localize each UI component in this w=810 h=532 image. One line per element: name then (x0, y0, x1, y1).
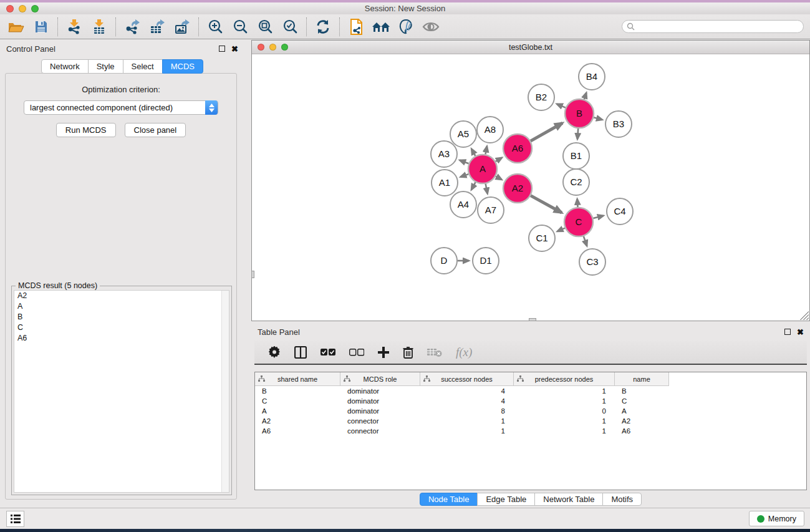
tab-node-table[interactable]: Node Table (420, 493, 478, 506)
node-C4[interactable]: C4 (607, 198, 633, 225)
edge-B-B4[interactable] (584, 93, 587, 100)
first-neighbors-button[interactable] (370, 17, 392, 37)
close-table-panel-icon[interactable]: ✖ (797, 328, 804, 336)
tab-edge-table[interactable]: Edge Table (477, 493, 535, 506)
edge-A-A6[interactable] (496, 158, 502, 162)
network-minimize-button[interactable] (269, 44, 276, 51)
close-window-button[interactable] (6, 5, 14, 12)
refresh-layout-button[interactable] (312, 17, 334, 37)
cell-successor-nodes[interactable]: 1 (420, 427, 514, 435)
cell-shared-name[interactable]: A6 (255, 427, 340, 435)
tab-motifs[interactable]: Motifs (602, 493, 642, 506)
task-history-button[interactable] (6, 511, 24, 527)
memory-button[interactable]: Memory (749, 511, 804, 526)
show-columns-button[interactable] (294, 346, 307, 359)
node-C2[interactable]: C2 (563, 169, 589, 195)
result-list-scrollbar[interactable] (221, 291, 229, 492)
node-B4[interactable]: B4 (579, 64, 605, 90)
node-C[interactable]: C (564, 208, 593, 236)
node-D[interactable]: D (431, 248, 457, 274)
table-settings-button[interactable] (268, 346, 281, 359)
edge-A6-B[interactable] (531, 123, 562, 141)
cell-name[interactable]: A6 (615, 427, 669, 435)
frame-left-grip[interactable] (251, 271, 254, 278)
cell-predecessor-nodes[interactable]: 0 (514, 407, 615, 415)
edge-C-C2[interactable] (577, 199, 578, 207)
export-image-button[interactable] (171, 17, 193, 37)
float-panel-icon[interactable] (219, 46, 225, 52)
select-all-columns-button[interactable] (321, 349, 335, 356)
cell-MCDS-role[interactable]: dominator (340, 407, 420, 415)
column-header-MCDS-role[interactable]: MCDS role (340, 372, 420, 385)
cell-successor-nodes[interactable]: 4 (420, 397, 514, 405)
float-table-panel-icon[interactable] (784, 329, 791, 335)
tab-network[interactable]: Network (41, 59, 89, 74)
cell-name[interactable]: B (615, 387, 669, 395)
result-item[interactable]: A6 (14, 333, 229, 344)
edge-A-A2[interactable] (496, 177, 502, 180)
node-A5[interactable]: A5 (450, 121, 476, 147)
edge-A-A1[interactable] (460, 174, 468, 177)
result-item[interactable]: C (14, 322, 229, 333)
zoom-window-button[interactable] (31, 5, 39, 12)
table-row[interactable]: Adominator80A (255, 406, 806, 416)
import-table-button[interactable] (89, 17, 110, 37)
result-item[interactable]: A (14, 301, 229, 312)
edge-B-B1[interactable] (577, 128, 578, 139)
node-C1[interactable]: C1 (529, 225, 555, 251)
result-item[interactable]: B (14, 312, 229, 322)
cell-shared-name[interactable]: A2 (255, 417, 340, 425)
node-A7[interactable]: A7 (478, 197, 504, 223)
column-header-name[interactable]: name (615, 372, 669, 385)
cell-MCDS-role[interactable]: dominator (340, 387, 420, 395)
optimization-criterion-select[interactable]: largest connected component (directed) (24, 100, 218, 115)
cell-predecessor-nodes[interactable]: 1 (514, 387, 615, 395)
new-network-from-selection-button[interactable] (345, 17, 367, 37)
cell-name[interactable]: A (615, 407, 669, 415)
open-session-button[interactable] (6, 17, 27, 37)
mcds-result-list[interactable]: A2ABCA6 (14, 290, 229, 493)
node-A[interactable]: A (468, 155, 497, 183)
edge-A-A4[interactable] (471, 182, 476, 190)
cell-successor-nodes[interactable]: 4 (420, 387, 514, 395)
column-header-successor-nodes[interactable]: successor nodes (420, 372, 514, 385)
table-row[interactable]: A2connector11A2 (255, 416, 806, 426)
unselect-all-columns-button[interactable] (349, 349, 364, 356)
node-A3[interactable]: A3 (431, 141, 457, 167)
network-graph[interactable]: AA1A3A4A5A7A8A6A2BB1B2B3B4CC1C2C3C4DD1 (252, 54, 809, 321)
network-window-titlebar[interactable]: testGlobe.txt (252, 41, 809, 54)
cell-name[interactable]: C (615, 397, 669, 405)
table-row[interactable]: A6connector11A6 (255, 426, 806, 436)
node-table[interactable]: shared nameMCDS rolesuccessor nodesprede… (254, 372, 807, 490)
network-close-button[interactable] (258, 44, 264, 51)
column-header-shared-name[interactable]: shared name (255, 372, 340, 385)
node-A6[interactable]: A6 (503, 134, 532, 163)
save-session-button[interactable] (31, 17, 52, 37)
cell-predecessor-nodes[interactable]: 1 (514, 427, 615, 435)
node-B[interactable]: B (565, 99, 594, 128)
delete-table-button[interactable] (427, 347, 442, 357)
frame-bottom-grip[interactable] (529, 318, 536, 321)
cell-successor-nodes[interactable]: 1 (420, 417, 514, 425)
import-network-button[interactable] (64, 17, 85, 37)
cell-predecessor-nodes[interactable]: 1 (514, 417, 615, 425)
cell-MCDS-role[interactable]: connector (340, 427, 420, 435)
network-canvas[interactable]: AA1A3A4A5A7A8A6A2BB1B2B3B4CC1C2C3C4DD1 (252, 54, 809, 321)
edge-B-B3[interactable] (594, 117, 602, 120)
close-panel-icon[interactable]: ✖ (231, 45, 238, 53)
edge-C-C3[interactable] (584, 236, 587, 246)
function-builder-button[interactable]: f(x) (456, 346, 472, 359)
node-A1[interactable]: A1 (432, 170, 458, 196)
export-table-button[interactable] (147, 17, 168, 37)
edge-A-A7[interactable] (486, 184, 488, 194)
cell-shared-name[interactable]: A (255, 407, 340, 415)
edge-C-C4[interactable] (593, 216, 604, 218)
cell-predecessor-nodes[interactable]: 1 (514, 397, 615, 405)
tab-network-table[interactable]: Network Table (534, 493, 603, 506)
edge-C-C1[interactable] (557, 228, 565, 231)
search-input[interactable] (622, 20, 804, 33)
node-B1[interactable]: B1 (563, 143, 589, 169)
cell-shared-name[interactable]: C (255, 397, 340, 405)
create-column-button[interactable] (378, 347, 389, 358)
cell-successor-nodes[interactable]: 8 (420, 407, 514, 415)
